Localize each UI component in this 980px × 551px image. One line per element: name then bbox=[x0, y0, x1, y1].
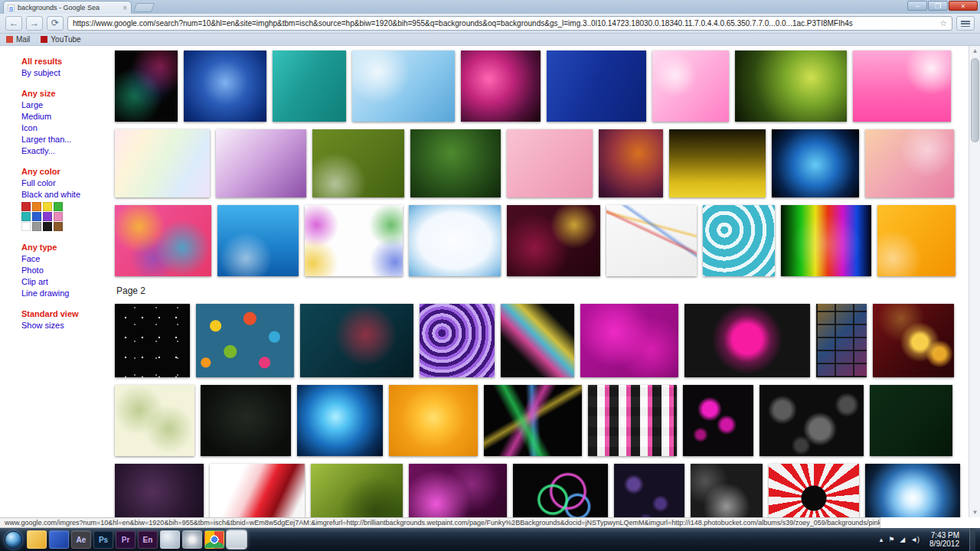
image-result-blue-smoke-swirl[interactable] bbox=[772, 129, 859, 197]
image-result-blue-flourish[interactable] bbox=[352, 51, 455, 122]
image-result-amber-circles[interactable] bbox=[599, 129, 663, 197]
image-result-green-floral-silhouette[interactable] bbox=[311, 464, 403, 517]
forward-button[interactable]: → bbox=[26, 16, 43, 31]
taskbar-explorer-icon[interactable] bbox=[27, 530, 47, 549]
image-result-pink-grunge[interactable] bbox=[507, 129, 593, 197]
filter-link[interactable]: Icon bbox=[21, 123, 110, 132]
image-result-rainbow-paisley[interactable] bbox=[115, 205, 211, 276]
image-result-pink-hearts-clouds[interactable] bbox=[853, 51, 951, 122]
image-result-red-sunburst-dancer[interactable] bbox=[769, 464, 859, 517]
filter-link[interactable]: Large bbox=[21, 100, 110, 109]
taskbar-photoshop-icon[interactable]: Ps bbox=[93, 530, 113, 549]
minimize-window-button[interactable]: – bbox=[907, 1, 927, 11]
image-result-gray-stars-black[interactable] bbox=[760, 385, 864, 456]
image-result-balloons-border[interactable] bbox=[305, 205, 403, 276]
scroll-up-arrow-icon[interactable]: ▲ bbox=[971, 47, 979, 55]
filter-link[interactable]: Larger than... bbox=[21, 135, 110, 144]
image-result-purple-leopard[interactable] bbox=[420, 304, 495, 377]
bookmark-mail[interactable]: Mail bbox=[6, 35, 30, 44]
filter-link[interactable]: Exactly... bbox=[21, 146, 110, 155]
image-result-olive-flourish-cream[interactable] bbox=[115, 385, 194, 456]
image-result-glowing-blue-heart[interactable] bbox=[297, 385, 383, 456]
image-result-deep-blue-wave[interactable] bbox=[547, 51, 646, 122]
color-swatch[interactable] bbox=[43, 202, 52, 211]
image-result-spectrum-wave-black[interactable] bbox=[781, 205, 871, 276]
image-result-violet-stars[interactable] bbox=[614, 464, 684, 517]
image-result-neon-rings-black[interactable] bbox=[513, 464, 608, 517]
filter-link[interactable]: Show sizes bbox=[21, 321, 110, 330]
image-result-magenta-3d-hearts[interactable] bbox=[580, 304, 678, 377]
image-result-purple-floral-grunge[interactable] bbox=[216, 129, 306, 197]
address-bar[interactable]: https://www.google.com/search?num=10&hl=… bbox=[67, 16, 952, 31]
image-result-deep-green-solid[interactable] bbox=[870, 385, 952, 456]
wrench-menu-button[interactable] bbox=[956, 16, 975, 31]
color-swatch[interactable] bbox=[21, 222, 31, 231]
url-text[interactable]: https://www.google.com/search?num=10&hl=… bbox=[73, 19, 936, 28]
taskbar-screen-recorder-icon[interactable] bbox=[227, 530, 247, 549]
image-result-orange-dotted-rings[interactable] bbox=[389, 385, 478, 456]
filter-selected[interactable]: Any type bbox=[21, 243, 110, 252]
image-result-crayons-on-white[interactable] bbox=[606, 205, 697, 276]
color-swatch[interactable] bbox=[21, 202, 31, 211]
scroll-down-arrow-icon[interactable]: ▼ bbox=[971, 508, 979, 517]
color-swatch[interactable] bbox=[32, 222, 41, 231]
image-result-pink-orange-swirls[interactable] bbox=[865, 129, 954, 197]
image-result-green-floral-corner[interactable] bbox=[312, 129, 404, 197]
image-result-gold-black-gradient[interactable] bbox=[669, 129, 766, 197]
reload-button[interactable]: ⟳ bbox=[47, 16, 64, 31]
filter-link[interactable]: Medium bbox=[21, 112, 110, 121]
color-swatch[interactable] bbox=[43, 212, 52, 221]
filter-link[interactable]: Face bbox=[21, 254, 110, 263]
image-result-teal-water[interactable] bbox=[273, 51, 346, 122]
bookmark-youtube[interactable]: YouTube bbox=[41, 35, 80, 44]
image-result-green-gold-abstract[interactable] bbox=[735, 51, 847, 122]
back-button[interactable]: ← bbox=[5, 16, 22, 31]
taskbar-chrome-icon[interactable] bbox=[204, 530, 224, 549]
image-result-plum-smoke[interactable] bbox=[115, 464, 204, 517]
filter-link[interactable]: By subject bbox=[21, 68, 110, 77]
image-result-blue-white-frame[interactable] bbox=[409, 205, 501, 276]
network-icon[interactable]: ◢ bbox=[900, 536, 905, 543]
filter-selected[interactable]: Standard view bbox=[21, 309, 110, 318]
color-swatch[interactable] bbox=[54, 222, 63, 231]
image-result-paint-splash-butterfly[interactable] bbox=[501, 304, 574, 377]
filter-link[interactable]: Black and white bbox=[21, 190, 110, 199]
image-result-pink-hearts-light[interactable] bbox=[652, 51, 729, 122]
bookmark-star-icon[interactable]: ☆ bbox=[939, 18, 947, 28]
image-result-red-ribbon-white[interactable] bbox=[210, 464, 305, 517]
taskbar-media-disc-icon[interactable] bbox=[182, 530, 202, 549]
taskbar-after-effects-icon[interactable]: Ae bbox=[71, 530, 91, 549]
show-hidden-icon[interactable]: ▴ bbox=[880, 536, 884, 543]
volume-icon[interactable]: ◄) bbox=[910, 536, 920, 543]
image-result-orange-flourish[interactable] bbox=[877, 205, 956, 276]
image-result-pink-splash-black[interactable] bbox=[461, 51, 541, 122]
image-result-rainbow-fractal-black[interactable] bbox=[115, 51, 178, 122]
image-result-pink-star-grunge[interactable] bbox=[684, 304, 810, 377]
image-result-teal-spirals[interactable] bbox=[703, 205, 775, 276]
close-window-button[interactable]: × bbox=[949, 1, 978, 11]
image-result-neon-scribbles-black[interactable] bbox=[484, 385, 582, 456]
color-swatch[interactable] bbox=[43, 222, 52, 231]
color-swatch[interactable] bbox=[32, 212, 41, 221]
image-result-burgundy-gold-flourish[interactable] bbox=[507, 205, 600, 276]
image-result-black-white-ornate[interactable] bbox=[691, 464, 763, 517]
filter-selected[interactable]: All results bbox=[21, 57, 110, 66]
filter-link[interactable]: Photo bbox=[21, 266, 110, 275]
browser-tab[interactable]: g backgrounds - Google Sea × bbox=[3, 1, 132, 14]
image-result-mossy-forest[interactable] bbox=[410, 129, 501, 197]
taskbar-media-player-icon[interactable] bbox=[49, 530, 69, 549]
taskbar-wmp-icon[interactable] bbox=[160, 530, 180, 549]
filter-selected[interactable]: Any color bbox=[21, 167, 110, 176]
taskbar-clock[interactable]: 7:43 PM 8/9/2012 bbox=[925, 531, 964, 548]
image-result-pink-hearts-on-black[interactable] bbox=[683, 385, 753, 456]
image-result-charcoal-dark[interactable] bbox=[201, 385, 291, 456]
image-result-pink-black-plaid[interactable] bbox=[588, 385, 677, 456]
image-result-electric-blue-burst[interactable] bbox=[865, 464, 960, 517]
image-result-starry-blue[interactable] bbox=[184, 51, 266, 122]
tab-close-icon[interactable]: × bbox=[122, 4, 127, 12]
show-desktop-button[interactable] bbox=[969, 528, 975, 551]
filter-selected[interactable]: Any size bbox=[21, 89, 110, 98]
image-result-magenta-lilies[interactable] bbox=[409, 464, 507, 517]
scrollbar-thumb[interactable] bbox=[971, 58, 979, 142]
image-result-thumbnail-collage[interactable] bbox=[816, 304, 867, 377]
